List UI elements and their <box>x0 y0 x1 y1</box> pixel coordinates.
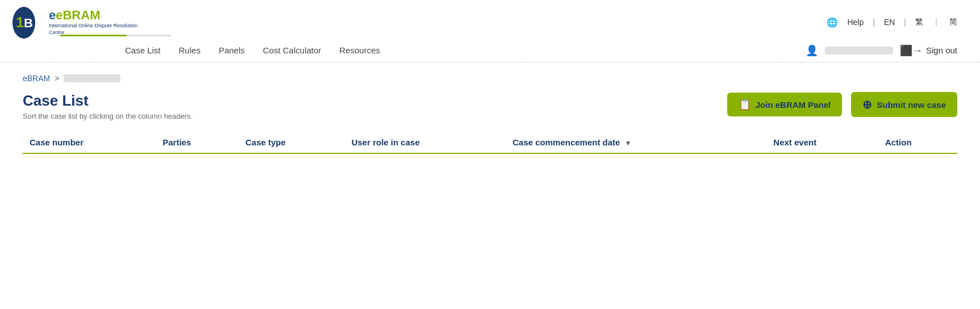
submit-label: Submit new case <box>877 100 946 110</box>
nav-right: 👤 ⬛→ Sign out <box>806 44 957 57</box>
nav-item-cost-calculator[interactable]: Cost Calculator <box>263 43 322 57</box>
submit-plus-icon: ⊕ <box>862 98 872 111</box>
user-icon: 👤 <box>806 44 818 57</box>
lang-separator-3: ｜ <box>932 17 940 27</box>
lang-en[interactable]: EN <box>884 18 895 27</box>
page-title: Case List <box>23 92 193 110</box>
nav-item-case-list[interactable]: Case List <box>125 43 161 57</box>
logo-brand-accent: eBRAM <box>56 8 100 22</box>
submit-new-case-button[interactable]: ⊕ Submit new case <box>851 92 957 117</box>
logo-divider <box>60 35 171 36</box>
signout-button[interactable]: ⬛→ Sign out <box>900 44 957 57</box>
logo-text-block: eeBRAM International Online Dispute Reso… <box>49 8 171 36</box>
col-action[interactable]: Action <box>878 132 957 153</box>
help-label[interactable]: Help <box>847 18 864 27</box>
globe-icon: 🌐 <box>827 17 838 28</box>
username-placeholder <box>825 47 893 55</box>
nav-bar: Case List Rules Panels Cost Calculator R… <box>0 39 980 62</box>
case-list-header-row: Case List Sort the case list by clicking… <box>23 92 957 120</box>
col-case-number[interactable]: Case number <box>23 132 156 153</box>
logo-area: 1 B eeBRAM International Online Dispute … <box>11 6 171 39</box>
lang-separator-2: | <box>904 18 906 27</box>
nav-item-rules[interactable]: Rules <box>179 43 201 57</box>
page-subtitle: Sort the case list by clicking on the co… <box>23 112 193 120</box>
col-next-event[interactable]: Next event <box>766 132 878 153</box>
case-list-actions: 📋 Join eBRAM Panel ⊕ Submit new case <box>727 92 957 117</box>
breadcrumb-root[interactable]: eBRAM <box>23 74 50 83</box>
join-icon: 📋 <box>739 98 751 111</box>
lang-separator-1: | <box>873 18 875 27</box>
table-header: Case number Parties Case type User role … <box>23 132 957 153</box>
col-case-type[interactable]: Case type <box>239 132 345 153</box>
col-commencement-date[interactable]: Case commencement date ▼ <box>506 132 766 153</box>
join-ebram-panel-button[interactable]: 📋 Join eBRAM Panel <box>727 93 843 116</box>
svg-text:B: B <box>24 16 33 30</box>
nav-item-panels[interactable]: Panels <box>219 43 245 57</box>
case-table: Case number Parties Case type User role … <box>23 132 957 154</box>
main-content: eBRAM > Case List Sort the case list by … <box>0 62 980 165</box>
logo-icon: 1 B <box>11 6 44 39</box>
col-parties[interactable]: Parties <box>156 132 239 153</box>
lang-trad[interactable]: 繁 <box>915 17 923 27</box>
svg-text:1: 1 <box>16 14 24 31</box>
nav-item-resources[interactable]: Resources <box>339 43 380 57</box>
signout-label: Sign out <box>926 45 957 55</box>
logo-brand-name: eeBRAM <box>49 8 171 23</box>
breadcrumb-user-placeholder <box>64 74 120 82</box>
col-user-role[interactable]: User role in case <box>345 132 506 153</box>
case-list-title-block: Case List Sort the case list by clicking… <box>23 92 193 120</box>
sort-icon-date: ▼ <box>625 139 632 147</box>
signout-icon: ⬛→ <box>900 44 923 57</box>
breadcrumb: eBRAM > <box>23 74 957 83</box>
header-top: 1 B eeBRAM International Online Dispute … <box>0 0 980 39</box>
join-label: Join eBRAM Panel <box>756 100 831 110</box>
header-right-top: 🌐 Help | EN | 繁 ｜ 简 <box>827 17 957 28</box>
lang-simp[interactable]: 简 <box>949 17 957 27</box>
main-nav: Case List Rules Panels Cost Calculator R… <box>125 43 380 57</box>
breadcrumb-separator: > <box>55 74 59 83</box>
table-header-row: Case number Parties Case type User role … <box>23 132 957 153</box>
